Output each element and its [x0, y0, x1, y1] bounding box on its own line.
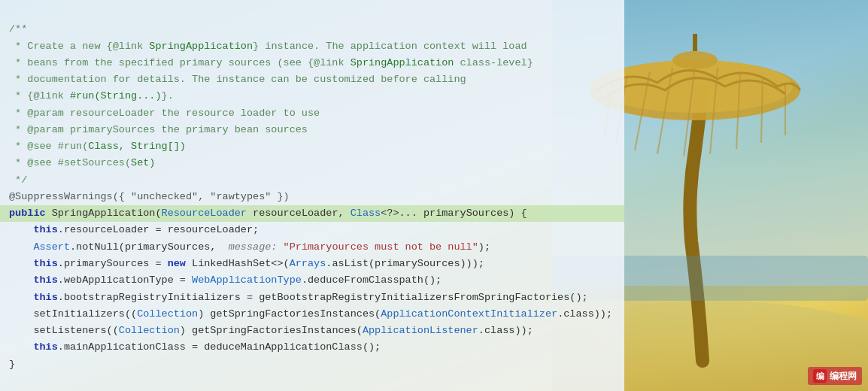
- watermark: 编 编程网: [808, 367, 862, 385]
- line-14-string: "Primaryources must not be null": [284, 241, 478, 253]
- line-16-end: .deduceFromClasspath();: [302, 274, 442, 286]
- line-7: * @param primarySources the primary bean…: [9, 124, 308, 135]
- line-16-type: WebApplicationType: [192, 274, 302, 286]
- line-9-link1: Set): [131, 157, 155, 168]
- line-15-text1: .primarySources =: [58, 258, 168, 269]
- line-18-text1: setInitializers((: [33, 308, 137, 320]
- line-1-text: /**: [9, 23, 27, 35]
- line-16-text1: .webApplicationType =: [58, 274, 192, 286]
- line-20-kw: this: [33, 341, 57, 353]
- line-9: * @see #setSources(Set): [9, 157, 155, 168]
- line-14-end: );: [478, 241, 490, 253]
- line-18: setInitializers((Collection) getSpringFa…: [9, 308, 612, 320]
- line-12-name: SpringApplication(: [52, 208, 162, 219]
- line-11: @SuppressWarnings({ "unchecked", "rawtyp…: [9, 191, 290, 202]
- line-3: * beans from the specified primary sourc…: [9, 57, 533, 68]
- line-2-rest: } instance. The application context will…: [253, 41, 527, 52]
- line-6: * @param resourceLoader the resource loa…: [9, 108, 320, 119]
- line-19: setListeners((Collection) getSpringFacto…: [9, 325, 533, 336]
- code-panel: /** * Create a new {@link SpringApplicat…: [0, 0, 624, 391]
- line-19-text1: setListeners((: [33, 325, 118, 336]
- line-3-text: * beans from the specified primary sourc…: [9, 57, 351, 68]
- line-4: * documentation for details. The instanc…: [9, 74, 466, 85]
- line-15-type: Arrays: [290, 258, 326, 269]
- line-12-end: <?>... primarySources) {: [381, 208, 527, 219]
- line-2: * Create a new {@link SpringApplication}…: [9, 41, 527, 52]
- line-12-kw: public: [9, 208, 52, 219]
- line-15-class: LinkedHashSet<>(: [192, 258, 290, 269]
- line-14-method: .notNull(primarySources,: [70, 241, 229, 253]
- line-5: * {@link #run(String...)}.: [9, 90, 174, 102]
- line-18-end: .class));: [557, 308, 612, 320]
- line-19-type2: ApplicationListener: [363, 325, 478, 336]
- line-12-mid: resourceLoader,: [247, 208, 351, 219]
- line-19-text2: ) getSpringFactoriesInstances(: [180, 325, 363, 336]
- line-13: this.resourceLoader = resourceLoader;: [9, 224, 259, 235]
- line-14: Assert.notNull(primarySources, message: …: [9, 241, 490, 253]
- line-12-type1: ResourceLoader: [162, 208, 247, 219]
- line-8-text: * @see #run(: [9, 141, 88, 152]
- line-8-link1: Class, String[]): [88, 141, 186, 152]
- watermark-icon: 编: [813, 369, 827, 383]
- svg-point-13: [672, 51, 718, 69]
- line-6-text: * @param resourceLoader the resource loa…: [9, 108, 320, 119]
- line-5-text: * {@link: [9, 90, 70, 102]
- line-3-rest: class-level}: [454, 57, 533, 68]
- line-8: * @see #run(Class, String[]): [9, 141, 186, 152]
- line-10: */: [9, 174, 27, 186]
- line-19-end: .class));: [478, 325, 533, 336]
- line-5-rest: }.: [162, 90, 174, 102]
- line-19-type: Collection: [119, 325, 180, 336]
- line-18-type: Collection: [137, 308, 198, 320]
- line-17-kw: this: [33, 292, 57, 303]
- line-12-highlight: public SpringApplication(ResourceLoader …: [0, 205, 624, 222]
- watermark-text: 编程网: [830, 370, 857, 383]
- line-15-kw2: new: [168, 258, 192, 269]
- line-21-text: }: [9, 359, 15, 370]
- line-9-text: * @see #setSources(: [9, 157, 131, 168]
- line-15: this.primarySources = new LinkedHashSet<…: [9, 258, 484, 269]
- line-14-space: [277, 241, 283, 253]
- line-15-kw: this: [33, 258, 57, 269]
- line-18-text2: ) getSpringFactoriesInstances(: [198, 308, 381, 320]
- line-21: }: [9, 359, 15, 370]
- line-4-text: * documentation for details. The instanc…: [9, 74, 466, 85]
- line-3-link1: SpringApplication: [351, 57, 454, 68]
- line-2-link1: SpringApplication: [149, 41, 253, 52]
- line-14-label: message:: [229, 241, 278, 253]
- line-12-type2: Class: [351, 208, 381, 219]
- line-14-type: Assert: [33, 241, 70, 253]
- line-2-text: * Create a new {@link: [9, 41, 149, 52]
- line-13-text: .resourceLoader = resourceLoader;: [58, 224, 259, 235]
- line-13-kw: this: [33, 224, 57, 235]
- line-15-end: .asList(primarySources)));: [326, 258, 484, 269]
- line-10-text: */: [9, 174, 27, 186]
- line-20-text: .mainApplicationClass = deduceMainApplic…: [58, 341, 381, 353]
- line-1: /**: [9, 23, 27, 35]
- line-18-type2: ApplicationContextInitializer: [381, 308, 557, 320]
- line-17: this.bootstrapRegistryInitializers = get…: [9, 292, 588, 303]
- line-16-kw: this: [33, 274, 57, 286]
- line-16: this.webApplicationType = WebApplication…: [9, 274, 442, 286]
- code-content: /** * Create a new {@link SpringApplicat…: [0, 0, 624, 377]
- line-5-link1: #run(String...): [70, 90, 162, 102]
- line-7-text: * @param primarySources the primary bean…: [9, 124, 308, 135]
- line-17-text: .bootstrapRegistryInitializers = getBoot…: [58, 292, 588, 303]
- line-11-text: @SuppressWarnings({ "unchecked", "rawtyp…: [9, 191, 290, 202]
- line-20: this.mainApplicationClass = deduceMainAp…: [9, 341, 381, 353]
